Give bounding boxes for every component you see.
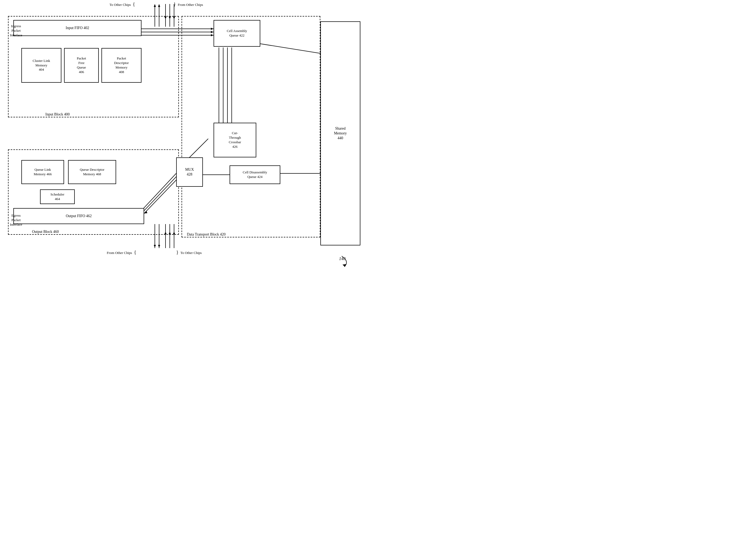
output-block-label: Output Block 460	[32, 230, 59, 234]
packet-free-queue: Packet Free Queue 406	[64, 48, 99, 83]
from-other-chips-top: } From Other Chips	[174, 1, 203, 7]
cluster-link-memory: Cluster Link Memory 404	[21, 48, 61, 83]
cut-through-crossbar: Cut- Through Crossbar 426	[214, 123, 256, 157]
packet-descriptor-memory: Packet Descriptor Memory 408	[101, 48, 141, 83]
to-other-chips-bottom: } To Other Chips	[176, 250, 202, 256]
mux: MUX 428	[176, 157, 203, 187]
cell-assembly-queue: Cell Assembly Queue 422	[214, 20, 260, 47]
cell-disassembly-queue: Cell Disassembly Queue 424	[230, 165, 280, 184]
svg-marker-3	[158, 4, 160, 7]
shared-memory: Shared Memory 440	[320, 21, 360, 246]
from-other-chips-bottom: From Other Chips {	[107, 250, 136, 256]
output-fifo: Output FIFO 462	[13, 208, 144, 224]
input-block-label: Input Block 400	[45, 112, 70, 117]
ingress-label: Ingress Packet Interface	[1, 24, 31, 38]
to-other-chips-top: To Other Chips {	[109, 1, 135, 7]
svg-marker-48	[154, 245, 156, 248]
svg-marker-50	[158, 245, 160, 248]
egress-label: Egress Packet Interface	[1, 214, 31, 227]
diagram: Input Block 400 Input FIFO 402 Cluster L…	[0, 0, 378, 274]
svg-marker-62	[342, 264, 347, 267]
queue-descriptor-memory: Queue Descriptor Memory 468	[68, 160, 116, 184]
reference-number: 140	[339, 256, 345, 262]
input-fifo: Input FIFO 402	[13, 20, 141, 36]
scheduler: Scheduler 464	[40, 190, 75, 204]
queue-link-memory: Queue Link Memory 466	[21, 160, 64, 184]
svg-marker-1	[154, 4, 156, 7]
data-transport-block-label: Data Transport Block 420	[187, 232, 226, 237]
